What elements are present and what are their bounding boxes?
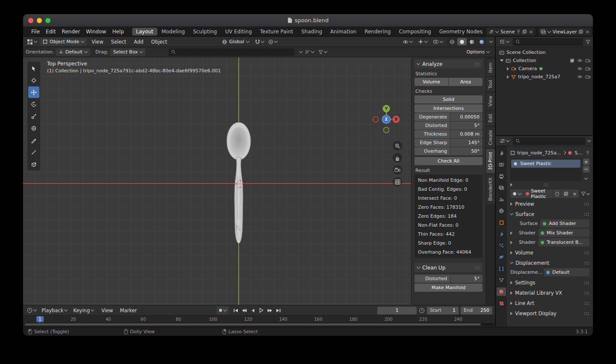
- workspace-tab-uv-editing[interactable]: UV Editing: [221, 28, 256, 36]
- timeline-track[interactable]: 20 40 60 80 100 120 140 160 180 200 220 …: [23, 315, 495, 327]
- make-manifold-button[interactable]: Make Manifold: [415, 284, 483, 292]
- viewport-display-panel-header[interactable]: Viewport Display: [510, 309, 589, 318]
- disclosure-down-icon[interactable]: [500, 59, 503, 62]
- tool-cursor[interactable]: [28, 74, 39, 86]
- render-visibility-icon[interactable]: [585, 59, 590, 62]
- add-slot-button[interactable]: +: [583, 159, 589, 165]
- jump-to-end-button[interactable]: [274, 306, 282, 314]
- editor-type-button[interactable]: [26, 39, 38, 45]
- tool-add-primitive[interactable]: [28, 158, 39, 170]
- outliner-row-tripo-node[interactable]: tripo_node_725a7: [496, 73, 593, 81]
- keying-menu[interactable]: Keying: [72, 308, 95, 314]
- tab-constraint-properties[interactable]: [497, 264, 506, 273]
- camera-view-button[interactable]: [393, 165, 402, 175]
- prev-keyframe-button[interactable]: [240, 306, 248, 314]
- use-preview-range-icon[interactable]: [419, 308, 425, 314]
- menu-window[interactable]: Window: [83, 28, 109, 36]
- tab-scene-properties[interactable]: [497, 195, 506, 204]
- drag-dropdown[interactable]: Select Box: [110, 48, 145, 56]
- header-search-input[interactable]: [169, 48, 294, 56]
- tool-select-box[interactable]: [28, 62, 39, 74]
- distorted-check-button[interactable]: Distorted: [415, 121, 450, 130]
- tab-viewlayer-properties[interactable]: [497, 183, 506, 192]
- timeline-marker-menu[interactable]: Marker: [117, 307, 140, 314]
- menu-file[interactable]: File: [28, 28, 43, 36]
- degenerate-value[interactable]: 0.00050: [450, 113, 483, 121]
- pan-view-button[interactable]: [393, 153, 402, 163]
- thickness-value[interactable]: 0.008 m: [450, 130, 483, 138]
- tab-object-data-properties[interactable]: [497, 276, 506, 284]
- tab-particle-properties[interactable]: [497, 241, 506, 250]
- filter-dropdown[interactable]: [317, 50, 328, 54]
- settings-panel-header[interactable]: Settings: [510, 278, 589, 287]
- panel-drag-handle[interactable]: [584, 251, 589, 255]
- tab-view[interactable]: View: [486, 93, 495, 109]
- snap-toggle[interactable]: [254, 39, 265, 44]
- properties-search-input[interactable]: [513, 137, 585, 145]
- tab-edit[interactable]: Edit: [486, 111, 495, 125]
- tab-output-properties[interactable]: [497, 172, 506, 181]
- menu-select[interactable]: Select: [108, 38, 129, 46]
- breadcrumb-material[interactable]: S...: [575, 150, 582, 156]
- tool-scale[interactable]: [28, 110, 39, 122]
- end-frame-field[interactable]: End 250: [461, 307, 492, 314]
- workspace-tab-modeling[interactable]: Modeling: [158, 28, 189, 36]
- navigation-gizmo[interactable]: Y X Z: [371, 104, 401, 134]
- menu-edit[interactable]: Edit: [43, 28, 59, 36]
- viewport-3d[interactable]: Top Perspective (1) Collection | tripo_n…: [23, 57, 495, 305]
- shading-material-button[interactable]: [467, 38, 477, 45]
- chevron-down-icon[interactable]: [586, 191, 590, 195]
- toggle-ortho-button[interactable]: [393, 177, 402, 186]
- mode-dropdown[interactable]: Object Mode: [40, 38, 87, 46]
- tab-physics-properties[interactable]: [497, 253, 506, 261]
- tab-3d-print[interactable]: 3D-Print: [486, 149, 495, 173]
- timeline-view-menu[interactable]: View: [98, 307, 116, 314]
- timeline-scrollbar[interactable]: [24, 323, 494, 326]
- panel-drag-handle[interactable]: [474, 266, 480, 269]
- zoom-view-button[interactable]: [393, 141, 402, 151]
- result-row[interactable]: Zero Faces: 178310: [415, 203, 483, 212]
- thickness-check-button[interactable]: Thickness: [415, 130, 450, 138]
- tab-create[interactable]: Create: [486, 127, 495, 148]
- workspace-tab-sculpting[interactable]: Sculpting: [189, 28, 221, 36]
- gizmo-neg-x[interactable]: [373, 117, 379, 122]
- intersections-check-button[interactable]: Intersections: [415, 104, 483, 112]
- disclosure-right-icon[interactable]: [510, 241, 512, 244]
- options-dropdown[interactable]: Options: [464, 48, 492, 56]
- tab-render-properties[interactable]: [497, 160, 506, 169]
- degenerate-check-button[interactable]: Degenerate: [415, 113, 450, 121]
- hide-eye-icon[interactable]: [577, 67, 583, 71]
- solid-check-button[interactable]: Solid: [415, 95, 483, 104]
- render-visibility-icon[interactable]: [585, 67, 590, 71]
- panel-drag-handle[interactable]: [584, 281, 589, 284]
- workspace-tab-texture-paint[interactable]: Texture Paint: [256, 28, 297, 36]
- tool-rotate[interactable]: [28, 98, 39, 110]
- proportional-editing-toggle[interactable]: [267, 39, 278, 44]
- jump-to-start-button[interactable]: [231, 306, 240, 314]
- menu-view[interactable]: View: [89, 38, 106, 46]
- chevron-down-icon[interactable]: [299, 50, 302, 53]
- workspace-tab-rendering[interactable]: Rendering: [361, 28, 394, 36]
- chevron-down-icon[interactable]: [489, 39, 493, 43]
- result-row[interactable]: Intersect Face: 0: [415, 194, 483, 203]
- show-object-types-dropdown[interactable]: [401, 40, 414, 44]
- tool-transform[interactable]: [28, 122, 39, 134]
- hide-eye-icon[interactable]: [577, 75, 583, 79]
- tool-annotate[interactable]: [28, 134, 39, 146]
- material-library-panel-header[interactable]: Material Library VX: [510, 288, 589, 297]
- overlays-dropdown[interactable]: [432, 39, 444, 44]
- chevron-down-icon[interactable]: [587, 139, 591, 142]
- preview-panel-header[interactable]: Preview: [510, 199, 589, 208]
- shading-rendered-button[interactable]: [477, 38, 486, 45]
- timeline-editor-type-button[interactable]: [26, 308, 38, 313]
- tool-move[interactable]: [28, 86, 39, 98]
- workspace-tab-layout[interactable]: Layout: [132, 28, 157, 36]
- surface-shader-button[interactable]: Add Shader: [540, 219, 589, 228]
- distorted-value[interactable]: 5°: [450, 121, 483, 130]
- gizmo-neg-y[interactable]: [384, 127, 389, 133]
- sort-dropdown[interactable]: [304, 50, 315, 54]
- panel-drag-handle[interactable]: [584, 213, 589, 216]
- checkbox-icon[interactable]: [570, 58, 575, 63]
- shading-solid-button[interactable]: [457, 38, 467, 45]
- start-frame-field[interactable]: Start 1: [427, 307, 459, 314]
